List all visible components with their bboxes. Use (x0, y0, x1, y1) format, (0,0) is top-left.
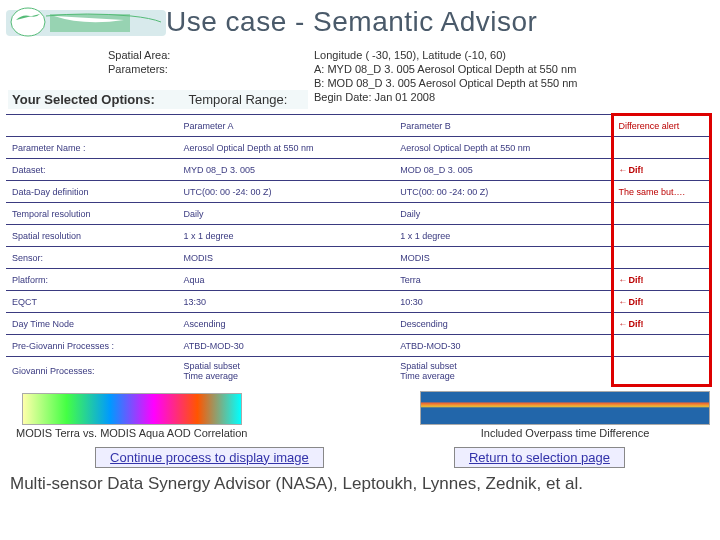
row-param-a: Aerosol Optical Depth at 550 nm (179, 137, 396, 159)
figures-row: MODIS Terra vs. MODIS Aqua AOD Correlati… (0, 389, 720, 443)
row-param-b: 10:30 (396, 291, 613, 313)
header-difference-alert: Difference alert (613, 115, 711, 137)
spatial-area-value: Longitude ( -30, 150), Latitude (-10, 60… (314, 48, 712, 62)
row-param-b: Descending (396, 313, 613, 335)
correlation-figure (22, 393, 242, 425)
parameter-b-value: B: MOD 08_D 3. 005 Aerosol Optical Depth… (314, 76, 712, 90)
table-row: Day Time NodeAscendingDescendingDif! (6, 313, 711, 335)
button-row: Continue process to display image Return… (0, 443, 720, 470)
svg-point-1 (11, 8, 45, 36)
row-label: Platform: (6, 269, 179, 291)
row-label: Temporal resolution (6, 203, 179, 225)
table-row: Sensor:MODISMODIS (6, 247, 711, 269)
table-row: Dataset:MYD 08_D 3. 005MOD 08_D 3. 005Di… (6, 159, 711, 181)
row-label: Giovanni Processes: (6, 357, 179, 386)
row-param-b: UTC(00: 00 -24: 00 Z) (396, 181, 613, 203)
your-selected-options-label: Your Selected Options: Temporal Range: (8, 90, 308, 109)
table-row: Data-Day definitionUTC(00: 00 -24: 00 Z)… (6, 181, 711, 203)
row-diff-alert: Dif! (613, 159, 711, 181)
row-param-a: MYD 08_D 3. 005 (179, 159, 396, 181)
row-diff-alert (613, 335, 711, 357)
comparison-table: Parameter A Parameter B Difference alert… (6, 113, 712, 387)
row-diff-alert (613, 247, 711, 269)
row-label: Day Time Node (6, 313, 179, 335)
row-param-a: Daily (179, 203, 396, 225)
temporal-range-value: Begin Date: Jan 01 2008 (314, 90, 712, 104)
row-label: Parameter Name : (6, 137, 179, 159)
row-diff-alert: Dif! (613, 291, 711, 313)
row-label: Sensor: (6, 247, 179, 269)
row-param-b: Aerosol Optical Depth at 550 nm (396, 137, 613, 159)
row-diff-alert (613, 137, 711, 159)
row-param-b: MODIS (396, 247, 613, 269)
row-diff-alert (613, 357, 711, 386)
continue-button[interactable]: Continue process to display image (95, 447, 324, 468)
table-row: Pre-Giovanni Processes :ATBD-MOD-30ATBD-… (6, 335, 711, 357)
row-param-a: ATBD-MOD-30 (179, 335, 396, 357)
row-param-a: Ascending (179, 313, 396, 335)
table-row: EQCT13:3010:30Dif! (6, 291, 711, 313)
row-label: Spatial resolution (6, 225, 179, 247)
row-param-a: MODIS (179, 247, 396, 269)
return-button[interactable]: Return to selection page (454, 447, 625, 468)
row-param-b: Terra (396, 269, 613, 291)
row-diff-alert (613, 203, 711, 225)
table-header-row: Parameter A Parameter B Difference alert (6, 115, 711, 137)
spatial-area-label: Spatial Area: (108, 48, 208, 62)
row-param-b: ATBD-MOD-30 (396, 335, 613, 357)
row-label: Data-Day definition (6, 181, 179, 203)
table-row: Giovanni Processes:Spatial subset Time a… (6, 357, 711, 386)
row-param-b: Spatial subset Time average (396, 357, 613, 386)
row-diff-alert: Dif! (613, 313, 711, 335)
row-param-a: Aqua (179, 269, 396, 291)
table-row: Temporal resolutionDailyDaily (6, 203, 711, 225)
correlation-caption: MODIS Terra vs. MODIS Aqua AOD Correlati… (10, 425, 253, 441)
row-param-a: 13:30 (179, 291, 396, 313)
row-diff-alert: The same but…. (613, 181, 711, 203)
temporal-range-label: Temporal Range: (158, 92, 287, 107)
row-diff-alert (613, 225, 711, 247)
page-title: Use case - Semantic Advisor (166, 2, 714, 38)
row-param-b: MOD 08_D 3. 005 (396, 159, 613, 181)
header-parameter-a: Parameter A (179, 115, 396, 137)
parameters-label: Parameters: (108, 62, 208, 76)
row-param-b: Daily (396, 203, 613, 225)
header-parameter-b: Parameter B (396, 115, 613, 137)
header: Use case - Semantic Advisor (0, 0, 720, 48)
globe-logo (6, 2, 166, 42)
row-param-a: 1 x 1 degree (179, 225, 396, 247)
overpass-figure (420, 391, 710, 425)
row-label: EQCT (6, 291, 179, 313)
row-label: Pre-Giovanni Processes : (6, 335, 179, 357)
table-row: Platform:AquaTerraDif! (6, 269, 711, 291)
table-row: Parameter Name :Aerosol Optical Depth at… (6, 137, 711, 159)
footer-citation: Multi-sensor Data Synergy Advisor (NASA)… (0, 470, 720, 498)
row-diff-alert: Dif! (613, 269, 711, 291)
row-param-b: 1 x 1 degree (396, 225, 613, 247)
row-label: Dataset: (6, 159, 179, 181)
parameter-a-value: A: MYD 08_D 3. 005 Aerosol Optical Depth… (314, 62, 712, 76)
row-param-a: Spatial subset Time average (179, 357, 396, 386)
overpass-caption: Included Overpass time Difference (475, 425, 656, 441)
selected-options-panel: Spatial Area: Parameters: Your Selected … (0, 48, 720, 113)
table-row: Spatial resolution1 x 1 degree1 x 1 degr… (6, 225, 711, 247)
header-col1 (6, 115, 179, 137)
row-param-a: UTC(00: 00 -24: 00 Z) (179, 181, 396, 203)
